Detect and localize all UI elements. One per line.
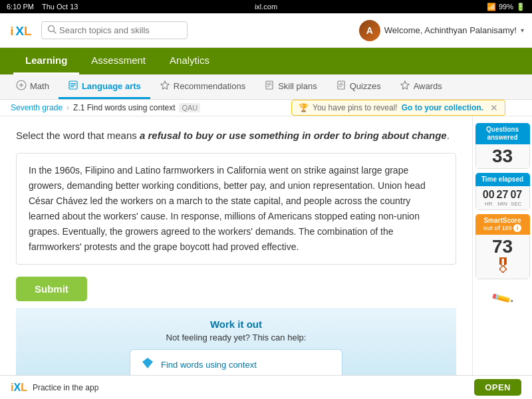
secondary-nav: Math Language arts Recommendations Skill…: [0, 74, 532, 100]
passage-text: In the 1960s, Filipino and Latino farmwo…: [29, 163, 444, 255]
battery-display: 99%: [499, 3, 513, 11]
work-it-out-subtitle: Not feeling ready yet? This can help:: [32, 332, 440, 342]
time-elapsed-body: 00 HR 27 MIN 07 SEC: [475, 186, 530, 210]
dropdown-arrow-icon[interactable]: ▾: [521, 27, 524, 34]
instruction-bold-italic: a refusal to buy or use something in ord…: [140, 130, 447, 141]
smart-score-card: SmartScore out of 100 i 73 🎖: [475, 214, 530, 279]
tab-recommendations[interactable]: Recommendations: [150, 74, 255, 99]
status-domain: ixl.com: [255, 3, 277, 11]
status-bar: 6:10 PM Thu Oct 13 ixl.com 📶 99% 🔋: [0, 0, 532, 13]
smart-score-sub: out of 100 i: [483, 224, 521, 232]
bottom-bar-left: iXL Practice in the app: [11, 382, 98, 394]
smart-score-body: 73 🎖: [475, 235, 530, 279]
open-button[interactable]: OPEN: [474, 379, 521, 396]
instruction-suffix: .: [447, 130, 450, 141]
svg-text:i: i: [10, 24, 13, 38]
tab-quizzes[interactable]: Quizzes: [327, 74, 390, 99]
time-sec-label: SEC: [510, 201, 522, 207]
language-arts-icon: [68, 80, 78, 92]
trophy-icon: 🏆: [299, 103, 309, 112]
status-time: 6:10 PM Thu Oct 13: [7, 3, 78, 11]
questions-answered-label: Questions answered: [475, 123, 530, 144]
battery-icon: 🔋: [516, 3, 525, 11]
info-icon[interactable]: i: [513, 224, 521, 232]
pencil-icon[interactable]: ✏️: [493, 283, 511, 307]
breadcrumb-bar: Seventh grade › Z.1 Find words using con…: [0, 100, 532, 116]
avatar: A: [359, 20, 380, 41]
instruction-prefix: Select the word that means: [16, 130, 140, 141]
search-bar[interactable]: [41, 21, 188, 39]
svg-marker-23: [142, 358, 153, 368]
time-elapsed-card: Time elapsed 00 HR 27 MIN 07 SEC: [475, 173, 530, 210]
recommendations-icon: [160, 80, 170, 92]
awards-icon: [400, 80, 410, 92]
diamond-icon: [141, 356, 154, 373]
quizzes-icon: [336, 80, 346, 92]
tab-math[interactable]: Math: [7, 74, 59, 99]
questions-answered-card: Questions answered 33: [475, 123, 530, 169]
ixl-logo[interactable]: i X L: [8, 21, 35, 40]
svg-marker-22: [401, 81, 409, 89]
pins-text: You have pins to reveal!: [313, 103, 398, 112]
time-display: 6:10 PM: [7, 3, 34, 11]
pins-link[interactable]: Go to your collection.: [402, 103, 483, 112]
questions-answered-count: 33: [480, 147, 525, 166]
breadcrumb-sep-icon: ›: [66, 103, 69, 112]
bottom-bar-logo: iXL: [11, 382, 27, 394]
smart-score-label: SmartScore: [483, 217, 521, 224]
tab-language-arts[interactable]: Language arts: [59, 74, 150, 99]
time-sec-block: 07 SEC: [510, 189, 522, 207]
math-icon: [16, 80, 27, 92]
top-bar: i X L A Welcome, Achinthyan Palanisamy! …: [0, 13, 532, 48]
time-min-block: 27 MIN: [497, 189, 509, 207]
breadcrumb-skill: Z.1 Find words using context: [73, 103, 175, 112]
search-input[interactable]: [59, 25, 182, 35]
submit-button[interactable]: Submit: [16, 277, 87, 301]
svg-marker-13: [161, 81, 169, 89]
time-display: 00 HR 27 MIN 07 SEC: [480, 189, 525, 207]
time-hr-label: HR: [483, 201, 495, 207]
smart-score-value: 73: [480, 237, 525, 256]
time-hr-block: 00 HR: [483, 189, 495, 207]
tab-awards[interactable]: Awards: [390, 74, 452, 99]
user-welcome[interactable]: A Welcome, Achinthyan Palanisamy! ▾: [359, 20, 524, 41]
date-display: Thu Oct 13: [42, 3, 78, 11]
nav-item-analytics[interactable]: Analytics: [158, 48, 221, 74]
nav-item-learning[interactable]: Learning: [13, 48, 79, 74]
main-area: Select the word that means a refusal to …: [0, 116, 532, 397]
right-panel: Questions answered 33 Time elapsed 00 HR…: [472, 116, 532, 397]
question-area: Select the word that means a refusal to …: [0, 116, 472, 397]
search-icon: [47, 25, 57, 36]
time-sec-value: 07: [510, 189, 522, 201]
time-hr-value: 00: [483, 189, 495, 201]
qau-badge: QAU: [179, 103, 200, 112]
skill-plans-icon: [264, 80, 275, 92]
wio-card-text: Find words using context: [161, 360, 257, 370]
bottom-bar: iXL Practice in the app OPEN: [0, 375, 532, 399]
time-min-value: 27: [497, 189, 509, 201]
work-it-out-title: Work it out: [32, 319, 440, 330]
svg-text:X: X: [15, 24, 24, 38]
wifi-icon: 📶: [487, 3, 496, 11]
welcome-text: Welcome, Achinthyan Palanisamy!: [384, 25, 517, 35]
svg-text:L: L: [24, 24, 32, 38]
ribbon-icon: 🎖: [480, 257, 525, 276]
status-right: 📶 99% 🔋: [487, 3, 525, 11]
close-icon[interactable]: ✕: [490, 102, 498, 113]
nav-item-assessment[interactable]: Assessment: [79, 48, 158, 74]
svg-line-5: [54, 31, 57, 34]
time-elapsed-label: Time elapsed: [475, 173, 530, 186]
questions-answered-body: 33: [475, 144, 530, 169]
question-instruction: Select the word that means a refusal to …: [16, 128, 456, 144]
smart-score-header: SmartScore out of 100 i: [475, 214, 530, 235]
breadcrumb-grade[interactable]: Seventh grade: [11, 103, 63, 112]
pins-banner: 🏆 You have pins to reveal! Go to your co…: [291, 100, 505, 116]
green-nav: Learning Assessment Analytics: [0, 48, 532, 74]
time-min-label: MIN: [497, 201, 509, 207]
practice-text: Practice in the app: [33, 383, 98, 392]
passage-box: In the 1960s, Filipino and Latino farmwo…: [16, 153, 456, 265]
tab-skill-plans[interactable]: Skill plans: [255, 74, 327, 99]
